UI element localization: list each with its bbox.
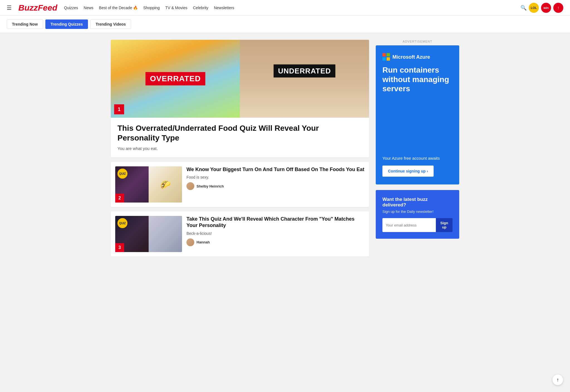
azure-brand-text: Microsoft Azure xyxy=(392,54,430,60)
trending-badge[interactable]: ↑ xyxy=(553,3,563,13)
tab-trending-now[interactable]: Trending Now xyxy=(7,19,43,29)
azure-squares xyxy=(382,53,390,61)
newsletter-block: Want the latest buzz delivered? Sign up … xyxy=(376,190,459,239)
newsletter-email-input[interactable] xyxy=(382,218,436,232)
ad-label: ADVERTISEMENT xyxy=(376,40,459,43)
hero-img-right-bg xyxy=(240,40,369,118)
hamburger-menu[interactable]: ☰ xyxy=(7,4,12,11)
hero-image-container: OVERRATED UNDERRATED 1 xyxy=(111,40,369,118)
newsletter-title: Want the latest buzz delivered? xyxy=(382,197,453,208)
author-avatar-2 xyxy=(186,182,194,190)
azure-logo-row: Microsoft Azure xyxy=(382,53,453,61)
tab-trending-quizzes[interactable]: Trending Quizzes xyxy=(45,19,88,29)
navbar: ☰ BuzzFeed Quizzes News Best of the Deca… xyxy=(0,0,570,16)
ms-square-red xyxy=(382,53,386,56)
hero-img-right: UNDERRATED xyxy=(240,40,369,118)
newsletter-desc: Sign up for the Daily newsletter! xyxy=(382,209,453,214)
win-badge[interactable]: win xyxy=(541,3,551,13)
article-item-3: QUIZ 3 Take This Quiz And We'll Reveal W… xyxy=(111,211,369,257)
hero-image: OVERRATED UNDERRATED xyxy=(111,40,369,118)
ms-square-blue xyxy=(382,57,386,61)
search-button[interactable]: 🔍 xyxy=(520,5,527,11)
article-item-2: 🌮 QUIZ 2 We Know Your Biggest Turn On An… xyxy=(111,162,369,207)
sidebar: ADVERTISEMENT Microsoft Azure Run contai… xyxy=(376,40,459,261)
newsletter-form: Sign up xyxy=(382,218,453,232)
ad-cta-button[interactable]: Continue signing up › xyxy=(382,166,434,177)
overrated-banner: OVERRATED xyxy=(146,72,205,85)
main-layout: OVERRATED UNDERRATED 1 This Overrated/Un… xyxy=(104,40,466,261)
ms-square-green xyxy=(387,53,390,56)
best-decade-label: Best of the Decade xyxy=(99,6,132,10)
nav-news[interactable]: News xyxy=(84,6,94,10)
ad-subtext: Your Azure free account awaits xyxy=(382,155,453,161)
nav-links: Quizzes News Best of the Decade 🔥 Shoppi… xyxy=(64,6,514,10)
thumb-2-right: 🌮 xyxy=(149,166,182,203)
thumb-3-right xyxy=(149,216,182,252)
article-2-thumb-container: 🌮 QUIZ 2 xyxy=(115,166,182,203)
quiz-badge-3: QUIZ xyxy=(117,218,127,228)
author-avatar-img-3 xyxy=(186,238,194,246)
article-1-title[interactable]: This Overrated/Underrated Food Quiz Will… xyxy=(117,123,362,143)
rank-badge-1: 1 xyxy=(114,104,124,114)
rank-badge-3: 3 xyxy=(115,243,124,252)
ad-headline: Run containers without managing servers xyxy=(382,65,453,151)
author-row-3: Hannah xyxy=(186,238,365,246)
article-2-title[interactable]: We Know Your Biggest Turn On And Turn Of… xyxy=(186,166,365,173)
quiz-badge-2: QUIZ xyxy=(117,169,127,179)
ad-block: Microsoft Azure Run containers without m… xyxy=(376,45,459,184)
lol-badge[interactable]: LOL xyxy=(529,3,539,13)
author-row-2: Shelby Heinrich xyxy=(186,182,365,190)
article-2-desc: Food is sexy. xyxy=(186,175,365,179)
article-hero: OVERRATED UNDERRATED 1 This Overrated/Un… xyxy=(111,40,369,157)
underrated-banner: UNDERRATED xyxy=(274,65,335,78)
rank-badge-2: 2 xyxy=(115,194,124,203)
author-avatar-img-2 xyxy=(186,182,194,190)
article-1-desc: You are what you eat. xyxy=(117,146,362,151)
content-column: OVERRATED UNDERRATED 1 This Overrated/Un… xyxy=(111,40,369,261)
nav-best-decade[interactable]: Best of the Decade 🔥 xyxy=(99,6,138,10)
nav-quizzes[interactable]: Quizzes xyxy=(64,6,78,10)
article-3-meta: Take This Quiz And We'll Reveal Which Ch… xyxy=(186,216,365,246)
nav-tv-movies[interactable]: TV & Movies xyxy=(165,6,187,10)
hero-body: This Overrated/Underrated Food Quiz Will… xyxy=(111,118,369,157)
author-name-2: Shelby Heinrich xyxy=(196,184,224,188)
taco-icon: 🌮 xyxy=(160,180,171,189)
author-name-3: Hannah xyxy=(196,240,210,244)
logo[interactable]: BuzzFeed xyxy=(18,3,57,13)
article-3-desc: Beck-a-licious! xyxy=(186,231,365,236)
nav-shopping[interactable]: Shopping xyxy=(143,6,160,10)
tab-trending-videos[interactable]: Trending Videos xyxy=(90,19,131,29)
newsletter-signup-button[interactable]: Sign up xyxy=(436,218,453,232)
tabs-bar: Trending Now Trending Quizzes Trending V… xyxy=(0,16,570,33)
nav-celebrity[interactable]: Celebrity xyxy=(193,6,208,10)
hero-img-left: OVERRATED xyxy=(111,40,240,118)
article-2-meta: We Know Your Biggest Turn On And Turn Of… xyxy=(186,166,365,190)
nav-right: 🔍 LOL win ↑ xyxy=(520,3,563,13)
author-avatar-3 xyxy=(186,238,194,246)
nav-newsletters[interactable]: Newsletters xyxy=(214,6,234,10)
article-3-thumb-container: QUIZ 3 xyxy=(115,216,182,252)
ms-square-yellow xyxy=(387,57,390,61)
article-3-title[interactable]: Take This Quiz And We'll Reveal Which Ch… xyxy=(186,216,365,229)
fire-icon: 🔥 xyxy=(133,6,138,10)
